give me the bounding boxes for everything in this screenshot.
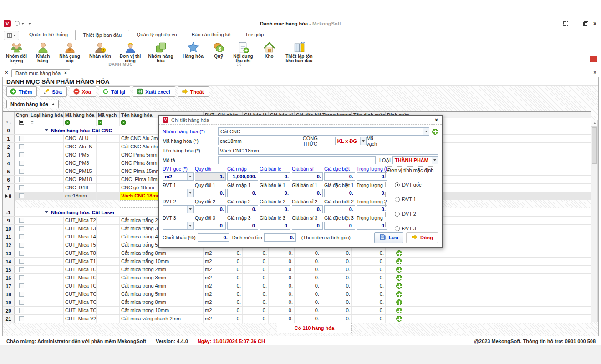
cell-loai[interactable] bbox=[29, 151, 64, 159]
tabbar-close-right-icon[interactable]: × bbox=[592, 70, 598, 76]
cell-loai[interactable] bbox=[29, 143, 64, 151]
cell-ten-hang-hoa[interactable]: Cắt mica trong 8mm bbox=[120, 298, 204, 306]
cell-Giá bán lẻ[interactable]: 0. bbox=[243, 274, 269, 282]
cell-Tồn định mức[interactable]: 0. bbox=[352, 298, 386, 306]
chevron-down-icon[interactable] bbox=[187, 222, 193, 229]
cell-ma-hang-hoa[interactable]: CUT_Mica TO3 bbox=[64, 274, 97, 282]
cell-ma-hang-hoa[interactable]: CUT_Mica T4 bbox=[64, 233, 97, 241]
group-by-dropdown[interactable]: Nhóm hàng hóa bbox=[6, 100, 59, 108]
cell-ma-vach[interactable] bbox=[97, 184, 120, 192]
cell-Giá nhập[interactable]: 0. bbox=[216, 266, 243, 273]
row-checkbox[interactable] bbox=[19, 243, 24, 248]
cell-Trọng lượng[interactable]: 0. bbox=[321, 258, 352, 265]
cell-Giá bán sỉ[interactable]: 0. bbox=[269, 307, 295, 314]
equals-filter-icon[interactable]: = bbox=[31, 120, 33, 125]
unit-field[interactable]: 1. bbox=[195, 172, 226, 181]
cell-Giá bán lẻ[interactable]: 0. bbox=[243, 298, 269, 306]
cell-Giá bán sỉ[interactable]: 0. bbox=[269, 274, 295, 282]
discount-input[interactable]: 0. bbox=[198, 233, 229, 242]
cell-dinh-muc[interactable] bbox=[386, 266, 413, 273]
cell-ma-hang-hoa[interactable]: CUT_Mica TO4 bbox=[64, 282, 97, 290]
tabbar-close-icon[interactable]: × bbox=[4, 70, 10, 76]
cell-loai[interactable] bbox=[29, 266, 64, 273]
table-row[interactable]: 17CUT_Mica TO4Cắt mica trong 4mmm20.0.0.… bbox=[3, 282, 591, 290]
row-checkbox[interactable] bbox=[19, 144, 24, 149]
cell-dvt[interactable]: m2 bbox=[204, 282, 216, 290]
dialog-close-icon[interactable]: × bbox=[435, 117, 438, 123]
cell-ma-vach[interactable] bbox=[97, 282, 120, 290]
cell-ma-hang-hoa[interactable]: CUT_Mica T3 bbox=[64, 225, 97, 233]
cell-dvt[interactable]: m2 bbox=[204, 266, 216, 273]
ribbon-item[interactable]: Nhà cung cấp bbox=[56, 41, 84, 64]
chevron-down-icon[interactable] bbox=[187, 189, 193, 197]
unit-field[interactable]: 0. bbox=[260, 205, 290, 213]
unit-field[interactable]: 0. bbox=[292, 172, 323, 181]
cell-Giá đặc biệt[interactable]: 0. bbox=[295, 290, 321, 298]
unit-field[interactable]: 0. bbox=[260, 222, 290, 230]
unit-combo-1[interactable] bbox=[163, 189, 194, 197]
stock-norm-input[interactable]: 0. bbox=[264, 233, 296, 242]
cell-Tồn định mức[interactable]: 0. bbox=[352, 249, 386, 257]
cell-loai[interactable] bbox=[29, 274, 64, 282]
cell-ma-vach[interactable] bbox=[97, 159, 120, 167]
unit-field[interactable]: 0. bbox=[227, 189, 258, 197]
cell-Trọng lượng[interactable]: 0. bbox=[321, 298, 352, 306]
cell-Giá nhập[interactable]: 0. bbox=[216, 249, 243, 257]
formula-combo[interactable]: KL x ĐG bbox=[335, 137, 367, 145]
scroll-up-icon[interactable] bbox=[591, 120, 597, 127]
cell-ma-hang-hoa[interactable]: CUT_Mica T5 bbox=[64, 241, 97, 249]
cell-dvt[interactable]: m2 bbox=[204, 315, 216, 323]
row-checkbox[interactable] bbox=[19, 218, 24, 223]
unit-combo-0[interactable]: m2 bbox=[163, 172, 194, 181]
text-filter-icon[interactable] bbox=[65, 120, 70, 125]
type-combo[interactable]: THÀNH PHẨM bbox=[392, 156, 438, 164]
cell-ten-hang-hoa[interactable]: Cắt mica trong 3mm bbox=[120, 274, 204, 282]
ribbon-item[interactable]: $Quỹ bbox=[209, 41, 229, 59]
cell-Giá đặc biệt[interactable]: 0. bbox=[295, 274, 321, 282]
restore-icon[interactable] bbox=[583, 21, 588, 26]
cell-Tồn định mức[interactable]: 0. bbox=[352, 266, 386, 273]
cell-loai[interactable] bbox=[29, 290, 64, 298]
collapse-triangle-icon[interactable] bbox=[45, 129, 48, 131]
table-row[interactable]: 15CUT_Mica TO2Cắt mica trong 2mmm20.0.0.… bbox=[3, 266, 591, 274]
cell-ma-vach[interactable] bbox=[97, 192, 120, 200]
cell-ma-vach[interactable] bbox=[97, 241, 120, 249]
tab-danh-muc-hang-hoa[interactable]: Danh mục hàng hóa × bbox=[11, 69, 70, 77]
cell-loai[interactable] bbox=[29, 225, 64, 233]
tab-close-icon[interactable]: × bbox=[64, 71, 67, 76]
row-select-cell[interactable] bbox=[15, 249, 29, 257]
cell-ten-hang-hoa[interactable]: Cắt mica trong 10mm bbox=[120, 307, 204, 314]
row-checkbox[interactable] bbox=[19, 226, 24, 231]
row-select-cell[interactable] bbox=[15, 241, 29, 249]
row-select-cell[interactable] bbox=[15, 315, 29, 323]
exit-button[interactable]: Thoát bbox=[178, 86, 209, 97]
cell-ma-hang-hoa[interactable]: cnc18mm bbox=[64, 192, 97, 200]
unit-combo-3[interactable] bbox=[163, 222, 194, 230]
cell-Giá nhập[interactable]: 0. bbox=[216, 258, 243, 265]
row-select-cell[interactable] bbox=[15, 298, 29, 306]
cell-Tồn định mức[interactable]: 0. bbox=[352, 315, 386, 323]
close-button[interactable]: Đóng bbox=[406, 232, 438, 243]
add-norm-icon[interactable] bbox=[396, 299, 402, 305]
unit-field[interactable]: 0. bbox=[292, 222, 323, 230]
cell-Trọng lượng[interactable]: 0. bbox=[321, 266, 352, 273]
cell-ma-vach[interactable] bbox=[97, 249, 120, 257]
ribbon-item[interactable]: Nội dung thu chi bbox=[229, 41, 258, 64]
cell-ma-vach[interactable] bbox=[97, 176, 120, 183]
row-checkbox[interactable] bbox=[19, 292, 24, 297]
table-row[interactable]: 16CUT_Mica TO3Cắt mica trong 3mmm20.0.0.… bbox=[3, 274, 591, 282]
cell-Giá đặc biệt[interactable]: 0. bbox=[295, 315, 321, 323]
unit-field[interactable]: 0. bbox=[357, 222, 387, 230]
cell-ma-hang-hoa[interactable]: CNC_G18 bbox=[64, 184, 97, 192]
unit-field[interactable]: 0. bbox=[195, 205, 226, 213]
cell-loai[interactable] bbox=[29, 282, 64, 290]
chevron-down-icon[interactable] bbox=[432, 157, 438, 164]
ribbon-tab-5[interactable]: Trợ giúp bbox=[238, 30, 271, 40]
cell-Giá bán lẻ[interactable]: 0. bbox=[243, 258, 269, 265]
chevron-down-icon[interactable] bbox=[360, 137, 366, 145]
cell-Giá nhập[interactable]: 0. bbox=[216, 290, 243, 298]
cell-loai[interactable] bbox=[29, 298, 64, 306]
cell-ma-vach[interactable] bbox=[97, 225, 120, 233]
row-select-cell[interactable] bbox=[15, 290, 29, 298]
cell-loai[interactable] bbox=[29, 241, 64, 249]
